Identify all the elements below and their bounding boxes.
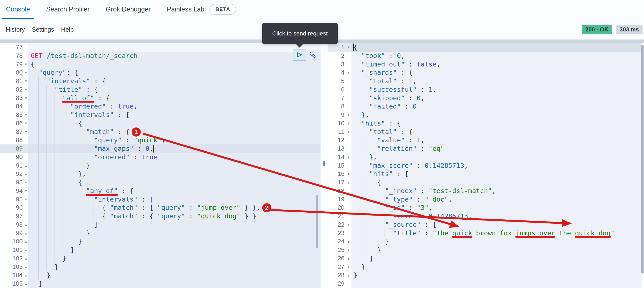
code-line-content: "title" : "The quick brown fox jumps ove… — [352, 229, 641, 237]
response-editor-scrollbar-thumb[interactable] — [641, 45, 644, 273]
request-options-button[interactable] — [308, 51, 317, 60]
fold-up-icon[interactable]: ▴ — [25, 254, 27, 263]
code-token: "quick dog" — [197, 212, 240, 220]
panel-resize-handle[interactable]: ‖ — [322, 160, 326, 168]
fold-down-icon[interactable]: ▾ — [25, 178, 27, 187]
fold-down-icon[interactable]: ▾ — [348, 119, 350, 128]
fold-down-icon[interactable]: ▾ — [25, 187, 27, 195]
indent-guides — [353, 212, 377, 220]
code-token: "3" — [417, 203, 429, 212]
code-token: "title" — [393, 229, 421, 237]
fold-up-icon[interactable]: ▴ — [348, 271, 350, 279]
fold-up-icon[interactable]: ▴ — [25, 229, 27, 237]
code-line-content: } — [352, 237, 641, 246]
code-token: 1 — [409, 77, 413, 85]
request-editor[interactable]: 7778GET /test-dsl-match/_search79▾{80▾"q… — [0, 43, 320, 288]
fold-down-icon[interactable]: ▾ — [348, 170, 350, 178]
fold-down-icon[interactable]: ▾ — [348, 220, 350, 229]
fold-up-icon[interactable]: ▴ — [25, 263, 27, 271]
code-line: 1▾{ — [328, 43, 641, 52]
fold-up-icon[interactable]: ▴ — [348, 153, 350, 162]
indent-pad — [54, 94, 62, 102]
code-line: 18"_index" : "test-dsl-match", — [328, 187, 641, 195]
menu-item-settings[interactable]: Settings — [32, 26, 54, 33]
code-token: "_score" — [385, 212, 416, 220]
fold-up-icon[interactable]: ▴ — [348, 254, 350, 263]
fold-up-icon[interactable]: ▴ — [25, 220, 27, 229]
request-editor-scrollbar-thumb[interactable] — [316, 195, 318, 248]
code-line-content: } — [28, 263, 320, 271]
code-token: "all_of" — [62, 94, 94, 102]
tab-search-profiler[interactable]: Search Profiler — [42, 0, 94, 19]
fold-down-icon[interactable]: ▾ — [25, 60, 27, 69]
code-token: 1 — [417, 136, 421, 145]
code-token: } — [78, 237, 82, 246]
gutter-cell: 83▾ — [0, 94, 28, 102]
fold-up-icon[interactable]: ▴ — [25, 271, 27, 279]
fold-up-icon[interactable]: ▴ — [348, 237, 350, 246]
code-token: "ordered" — [70, 102, 106, 111]
callout-badge-2: 2 — [262, 203, 271, 212]
fold-down-icon[interactable]: ▾ — [25, 94, 27, 102]
indent-guides — [31, 178, 70, 187]
fold-up-icon[interactable]: ▴ — [25, 246, 27, 254]
code-line-content: "skipped" : 0, — [352, 94, 641, 102]
line-number: 25 — [338, 246, 344, 253]
line-number: 102 — [12, 255, 23, 262]
line-number: 2 — [341, 52, 344, 59]
line-number: 24 — [338, 238, 344, 245]
menu-item-help[interactable]: Help — [61, 26, 74, 33]
line-number: 95 — [16, 196, 23, 203]
text-cursor — [153, 145, 154, 153]
code-token: { — [78, 178, 82, 187]
send-request-button[interactable] — [293, 50, 306, 61]
fold-up-icon[interactable]: ▴ — [25, 170, 27, 178]
code-token: "any_of" — [86, 187, 118, 195]
code-line-content: { — [352, 178, 641, 187]
code-token: 0 — [413, 102, 417, 111]
fold-down-icon[interactable]: ▾ — [25, 85, 27, 94]
indent-pad — [86, 153, 94, 162]
code-line-content: "_id" : "3", — [352, 203, 641, 212]
gutter-cell: 87▾ — [0, 128, 28, 136]
code-line: 81▾"intervals" : { — [0, 77, 320, 85]
fold-down-icon[interactable]: ▾ — [25, 77, 27, 85]
fold-down-icon[interactable]: ▾ — [25, 195, 27, 204]
dev-tools-tab-bar: ConsoleSearch ProfilerGrok DebuggerPainl… — [0, 0, 644, 19]
code-token: : [ — [114, 111, 130, 119]
gutter-cell: 15 — [328, 162, 352, 170]
code-token: : { — [397, 68, 413, 77]
fold-down-icon[interactable]: ▾ — [25, 68, 27, 77]
code-token: "_type" — [385, 195, 413, 204]
code-token: true — [142, 153, 158, 162]
tab-grok-debugger[interactable]: Grok Debugger — [102, 0, 155, 19]
tab-console[interactable]: Console — [2, 0, 34, 19]
code-token: "took" — [361, 52, 385, 60]
indent-pad — [353, 60, 361, 69]
menu-item-history[interactable]: History — [6, 26, 25, 33]
tab-painless-lab[interactable]: Painless LabBETA — [162, 0, 240, 19]
fold-up-icon[interactable]: ▴ — [25, 279, 27, 288]
fold-down-icon[interactable]: ▾ — [25, 119, 27, 128]
line-number: 97 — [16, 213, 23, 219]
indent-pad — [377, 203, 385, 212]
fold-down-icon[interactable]: ▾ — [348, 68, 350, 77]
fold-down-icon[interactable]: ▾ — [348, 128, 350, 136]
fold-up-icon[interactable]: ▴ — [25, 237, 27, 246]
fold-down-icon[interactable]: ▾ — [25, 128, 27, 136]
fold-down-icon[interactable]: ▾ — [348, 178, 350, 187]
gutter-cell: 1▾ — [328, 43, 352, 52]
tooltip-text: Click to send request — [272, 30, 328, 37]
fold-up-icon[interactable]: ▴ — [25, 162, 27, 170]
fold-up-icon[interactable]: ▴ — [348, 111, 350, 119]
line-number: 91 — [16, 162, 23, 169]
fold-up-icon[interactable]: ▴ — [348, 246, 350, 254]
code-token: : — [405, 136, 417, 145]
fold-down-icon[interactable]: ▾ — [348, 43, 350, 52]
fold-up-icon[interactable]: ▴ — [348, 263, 350, 271]
line-number: 17 — [338, 179, 344, 186]
response-editor[interactable]: 1▾{2"took" : 0,3"timed_out" : false,4▾"_… — [328, 43, 641, 288]
code-line: 17▾{ — [328, 178, 641, 187]
fold-down-icon[interactable]: ▾ — [25, 111, 27, 119]
gutter-cell: 19 — [328, 195, 352, 204]
